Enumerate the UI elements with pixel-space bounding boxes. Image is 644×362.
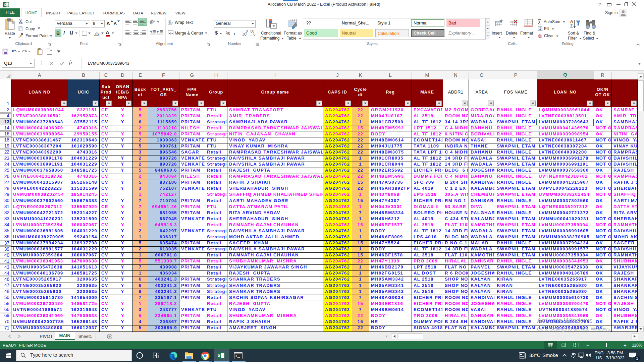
svg-text:≠: ≠ (272, 23, 275, 28)
svg-text:Z: Z (570, 24, 573, 28)
svg-text:1: 1 (636, 356, 638, 360)
svg-text:ab: ab (148, 19, 154, 24)
svg-text:X: X (218, 353, 221, 358)
svg-text:X: X (4, 3, 6, 7)
svg-text:A: A (570, 19, 573, 24)
